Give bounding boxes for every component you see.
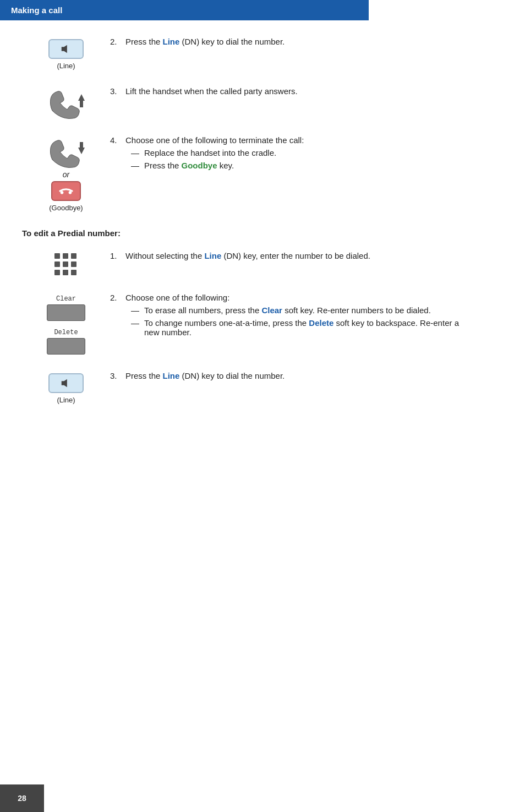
kd6	[71, 261, 76, 267]
step-b3-row: (Line) 3. Press the Line (DN) key to dia…	[22, 371, 473, 404]
step-4-number: 4.	[110, 135, 121, 145]
svg-point-5	[61, 191, 64, 194]
step-2-number: 2.	[110, 37, 121, 46]
step-b2-sub-1-text: To erase all numbers, press the Clear so…	[144, 306, 431, 315]
keypad-icon	[54, 253, 78, 276]
delete-text: Delete	[309, 318, 333, 328]
step-b3-body: Press the Line (DN) key to dial the numb…	[125, 371, 285, 380]
line-key-button-2[interactable]	[48, 373, 84, 393]
kd5	[63, 261, 68, 267]
goodbye-phone-icon	[58, 186, 74, 197]
step-b1-number: 1.	[110, 251, 121, 260]
step-2-content: 2. Press the Line (DN) key to dial the n…	[110, 37, 285, 46]
header-title: Making a call	[11, 6, 62, 15]
step-b2-content: 2. Choose one of the following: — To era…	[110, 293, 473, 337]
step-4-content: 4. Choose one of the following to termin…	[110, 135, 304, 170]
step-3-row: 3. Lift the handset when the called part…	[22, 86, 473, 119]
line-text-1: Line	[163, 37, 180, 46]
keypad-icon-area	[22, 251, 110, 276]
handset-down-icon	[44, 138, 88, 168]
dash-2: —	[131, 161, 140, 170]
kd7	[54, 270, 60, 275]
kd4	[54, 261, 60, 267]
step-3-content: 3. Lift the handset when the called part…	[110, 86, 298, 96]
line-key-label: (Line)	[57, 62, 75, 70]
clear-text: Clear	[261, 306, 282, 315]
step-b2-sub-2: — To change numbers one-at-a-time, press…	[131, 318, 473, 337]
kd1	[54, 253, 60, 259]
line-key-button[interactable]	[48, 39, 84, 59]
step-3-body: Lift the handset when the called party a…	[125, 86, 298, 96]
step-b2-body: Choose one of the following: — To erase …	[125, 293, 473, 337]
svg-marker-1	[78, 94, 85, 101]
step-4-sub-1: — Replace the handset into the cradle.	[131, 148, 304, 157]
step-b2-number: 2.	[110, 293, 121, 302]
clear-delete-icon-area: Clear Delete	[22, 293, 110, 355]
line-key-label-2: (Line)	[57, 396, 75, 404]
kd8	[63, 270, 68, 275]
line-key-2-icon-area: (Line)	[22, 371, 110, 404]
step-4-row: or (Goodbye) 4. Choose one of the follow…	[22, 135, 473, 212]
page-header: Making a call	[0, 0, 369, 20]
speaker-icon-2	[60, 377, 72, 389]
dash-b2: —	[131, 318, 140, 328]
clear-label: Clear	[56, 295, 76, 303]
svg-rect-4	[80, 142, 83, 149]
page-number: 28	[18, 794, 26, 803]
step-b3-number: 3.	[110, 371, 121, 380]
svg-marker-0	[62, 45, 67, 53]
step-b2-sub-2-text: To change numbers one-at-a-time, press t…	[144, 318, 473, 337]
clear-button[interactable]	[47, 304, 85, 321]
dash-b1: —	[131, 306, 140, 315]
line-text-b3: Line	[163, 371, 180, 380]
step-4-sub-2-text: Press the Goodbye key.	[144, 161, 234, 170]
step-3-number: 3.	[110, 86, 121, 96]
handset-up-icon	[44, 89, 88, 119]
delete-button[interactable]	[47, 338, 85, 355]
step-b2-sub-1: — To erase all numbers, press the Clear …	[131, 306, 473, 315]
svg-rect-2	[80, 101, 83, 107]
step-4-sub-2: — Press the Goodbye key.	[131, 161, 304, 170]
delete-label: Delete	[54, 329, 78, 336]
kd3	[71, 253, 76, 259]
step-2-row: (Line) 2. Press the Line (DN) key to dia…	[22, 37, 473, 70]
kd2	[63, 253, 68, 259]
dash-1: —	[131, 148, 140, 157]
line-key-icon-area: (Line)	[22, 37, 110, 70]
speaker-icon	[60, 43, 72, 55]
line-text-b1: Line	[204, 251, 221, 260]
step-b3-content: 3. Press the Line (DN) key to dial the n…	[110, 371, 285, 380]
handset-up-icon-area	[22, 86, 110, 119]
svg-point-6	[69, 191, 72, 194]
step-4-sub-1-text: Replace the handset into the cradle.	[144, 148, 276, 157]
step-b2-row: Clear Delete 2. Choose one of the follow…	[22, 293, 473, 355]
step-4-body: Choose one of the following to terminate…	[125, 135, 304, 170]
step-b1-row: 1. Without selecting the Line (DN) key, …	[22, 251, 473, 276]
svg-marker-7	[62, 379, 67, 388]
goodbye-label: (Goodbye)	[49, 204, 83, 212]
section-heading: To edit a Predial number:	[22, 228, 473, 238]
goodbye-text: Goodbye	[182, 161, 217, 170]
step-2-body: Press the Line (DN) key to dial the numb…	[125, 37, 285, 46]
or-label: or	[63, 170, 69, 179]
step-4-icon-area: or (Goodbye)	[22, 135, 110, 212]
page-footer: 28	[0, 784, 44, 812]
goodbye-button[interactable]	[51, 181, 81, 201]
kd9	[71, 270, 76, 275]
step-b1-content: 1. Without selecting the Line (DN) key, …	[110, 251, 370, 260]
step-b1-body: Without selecting the Line (DN) key, ent…	[125, 251, 370, 260]
main-content: (Line) 2. Press the Line (DN) key to dia…	[0, 20, 495, 443]
